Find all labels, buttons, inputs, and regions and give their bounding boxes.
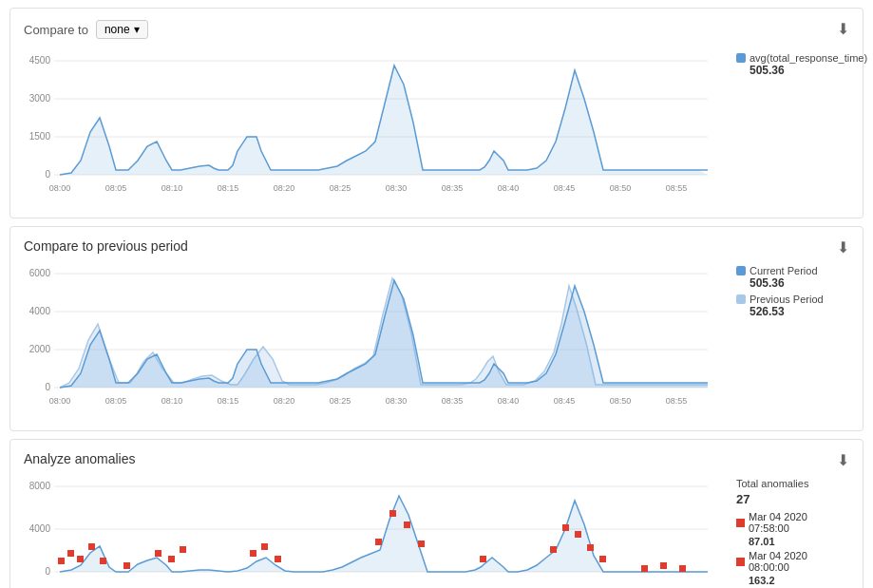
svg-rect-79 — [550, 546, 557, 553]
panel2-title: Compare to previous period — [24, 238, 849, 254]
total-anomalies-value: 27 — [736, 492, 849, 506]
svg-rect-64 — [58, 558, 65, 564]
panel3-title: Analyze anomalies — [24, 451, 849, 466]
svg-text:3000: 3000 — [29, 93, 51, 104]
svg-rect-83 — [599, 556, 606, 562]
svg-text:08:25: 08:25 — [330, 183, 351, 193]
anomaly-dot-0 — [736, 519, 745, 527]
legend-color-1 — [736, 53, 746, 63]
compare-label: Compare to — [24, 23, 88, 37]
svg-text:08:20: 08:20 — [274, 183, 295, 193]
legend-prev-value: 526.53 — [750, 305, 824, 318]
svg-text:08:15: 08:15 — [218, 183, 239, 193]
svg-rect-82 — [587, 544, 594, 551]
compare-previous-panel: Compare to previous period ⬇ 6000 4000 2… — [9, 226, 864, 431]
chart-area-3: 8000 4000 0 -4000 08:00 08:05 08:10 08:1… — [24, 472, 849, 588]
svg-text:08:55: 08:55 — [666, 183, 688, 193]
chart-area-2: 6000 4000 2000 0 08:00 08:05 08:10 08:15… — [24, 259, 849, 419]
anomaly-val-0: 87.01 — [749, 536, 849, 547]
svg-marker-20 — [60, 66, 708, 175]
svg-text:08:00: 08:00 — [49, 183, 71, 193]
svg-text:08:30: 08:30 — [386, 396, 408, 406]
compare-dropdown[interactable]: none ▾ — [96, 20, 148, 39]
svg-rect-74 — [275, 556, 281, 562]
legend-current-label: Current Period — [750, 265, 818, 276]
svg-text:08:15: 08:15 — [218, 396, 239, 406]
svg-rect-86 — [641, 565, 648, 572]
legend-prev-label: Previous Period — [750, 294, 824, 305]
svg-rect-73 — [261, 543, 268, 550]
anomaly-val-1: 163.2 — [749, 575, 849, 586]
chart-svg-2: 6000 4000 2000 0 08:00 08:05 08:10 08:15… — [24, 259, 727, 419]
svg-text:4000: 4000 — [29, 523, 51, 534]
svg-text:08:50: 08:50 — [610, 183, 632, 193]
svg-rect-80 — [562, 524, 569, 531]
svg-text:0: 0 — [45, 169, 50, 180]
anomaly-row-1: Mar 04 2020 08:00:00 — [736, 550, 849, 573]
chart-area-1: 4500 3000 1500 0 08:00 08:05 08:10 08:15… — [24, 47, 849, 206]
svg-text:08:05: 08:05 — [105, 183, 127, 193]
svg-rect-77 — [404, 522, 410, 528]
svg-rect-78 — [418, 541, 425, 547]
svg-rect-68 — [100, 558, 106, 564]
svg-text:08:00: 08:00 — [49, 396, 71, 406]
svg-rect-71 — [180, 546, 186, 553]
anomaly-row-0: Mar 04 2020 07:58:00 — [736, 511, 849, 534]
chart-legend-2: Current Period 505.36 Previous Period 52… — [727, 259, 849, 320]
svg-rect-87 — [660, 562, 667, 569]
chart-legend-3: Total anomalies 27 Mar 04 2020 07:58:00 … — [727, 472, 849, 588]
legend-prev-dot — [736, 294, 746, 304]
download-icon-2[interactable]: ⬇ — [837, 238, 849, 256]
svg-text:0: 0 — [45, 382, 50, 392]
svg-rect-84 — [123, 562, 130, 569]
svg-rect-69 — [155, 550, 161, 557]
svg-text:08:35: 08:35 — [442, 396, 464, 406]
anomaly-dot-1 — [736, 558, 745, 566]
svg-rect-75 — [375, 539, 382, 545]
svg-rect-70 — [168, 556, 175, 562]
chart-svg-3: 8000 4000 0 -4000 08:00 08:05 08:10 08:1… — [24, 472, 727, 588]
chart-legend-1: avg(total_response_time) 505.36 — [727, 47, 860, 79]
download-icon[interactable]: ⬇ — [837, 20, 849, 38]
svg-text:08:20: 08:20 — [274, 396, 295, 406]
legend-current-value: 505.36 — [750, 276, 818, 290]
svg-text:08:35: 08:35 — [442, 183, 464, 193]
svg-text:08:40: 08:40 — [498, 396, 520, 406]
svg-text:08:25: 08:25 — [330, 396, 351, 406]
legend-value-1: 505.36 — [750, 64, 867, 77]
total-anomalies-label: Total anomalies — [736, 478, 808, 489]
anomaly-list: Mar 04 2020 07:58:00 87.01 Mar 04 2020 0… — [736, 511, 849, 588]
svg-rect-65 — [67, 550, 74, 557]
compare-to-panel: Compare to none ▾ ⬇ 4500 3000 1500 0 08:… — [9, 8, 864, 218]
download-icon-3[interactable]: ⬇ — [837, 451, 849, 469]
svg-text:08:55: 08:55 — [666, 396, 688, 406]
svg-text:2000: 2000 — [29, 344, 51, 354]
svg-text:4500: 4500 — [29, 55, 51, 66]
legend-metric-1: avg(total_response_time) — [750, 52, 867, 64]
svg-text:08:45: 08:45 — [554, 183, 576, 193]
svg-rect-66 — [77, 556, 84, 562]
dropdown-value: none — [104, 23, 130, 36]
compare-controls: Compare to none ▾ — [24, 20, 849, 39]
svg-text:08:40: 08:40 — [498, 183, 520, 193]
analyze-anomalies-panel: Analyze anomalies ⬇ 8000 4000 0 -4000 08… — [9, 439, 864, 588]
svg-text:08:50: 08:50 — [610, 396, 632, 406]
legend-current-dot — [736, 266, 746, 275]
svg-text:8000: 8000 — [29, 481, 51, 491]
svg-marker-63 — [60, 496, 708, 572]
svg-rect-85 — [480, 556, 486, 562]
svg-rect-76 — [389, 510, 396, 517]
svg-text:08:10: 08:10 — [161, 396, 183, 406]
svg-text:1500: 1500 — [29, 131, 51, 142]
svg-text:08:10: 08:10 — [161, 183, 183, 193]
svg-rect-72 — [250, 550, 256, 557]
anomaly-date-1: Mar 04 2020 08:00:00 — [749, 550, 849, 573]
svg-text:08:05: 08:05 — [105, 396, 127, 406]
svg-text:4000: 4000 — [29, 306, 51, 316]
svg-text:08:30: 08:30 — [386, 183, 408, 193]
svg-text:0: 0 — [45, 566, 50, 577]
svg-text:6000: 6000 — [29, 268, 51, 278]
svg-marker-42 — [60, 280, 708, 388]
chart-svg-1: 4500 3000 1500 0 08:00 08:05 08:10 08:15… — [24, 47, 727, 206]
chevron-down-icon: ▾ — [134, 23, 140, 36]
